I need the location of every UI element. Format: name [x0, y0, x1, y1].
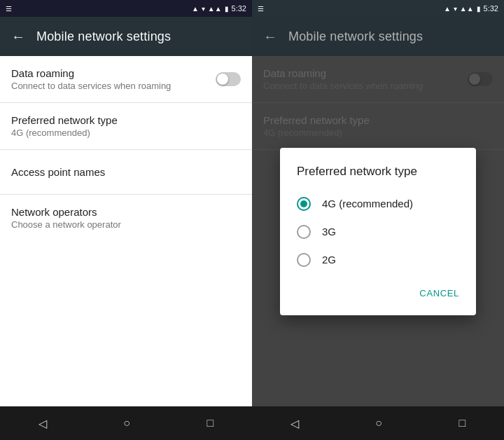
- time-right: 5:32: [484, 4, 498, 13]
- setting-data-roaming-title: Data roaming: [11, 67, 216, 79]
- preferred-network-dialog: Preferred network type 4G (recommended) …: [280, 148, 476, 315]
- status-bar-right: ☰ ▲ ▾ ▲▲ ▮ 5:32: [252, 0, 504, 17]
- nav-recents-right[interactable]: □: [448, 411, 477, 435]
- setting-apn-text: Access point names: [11, 166, 241, 178]
- toggle-thumb: [217, 74, 228, 85]
- nav-recents-left[interactable]: □: [196, 411, 225, 435]
- right-status-icons-right: ▲ ▾ ▲▲ ▮ 5:32: [444, 4, 498, 13]
- right-content-wrapper: Data roaming Connect to data services wh…: [252, 56, 504, 406]
- left-phone: ☰ ▲ ▾ ▲▲ ▮ 5:32 ← Mobile network setting…: [0, 0, 252, 440]
- setting-data-roaming-subtitle: Connect to data services when roaming: [11, 81, 216, 91]
- app-bar-title-left: Mobile network settings: [36, 29, 171, 44]
- radio-4g[interactable]: [297, 197, 311, 211]
- app-bar-right: ← Mobile network settings: [252, 17, 504, 56]
- dialog-option-3g[interactable]: 3G: [280, 218, 476, 246]
- setting-network-type[interactable]: Preferred network type 4G (recommended): [0, 103, 252, 150]
- nav-bar-right: ◁ ○ □: [252, 406, 504, 440]
- notification-icon-right: ☰: [258, 5, 264, 13]
- dialog-overlay: Preferred network type 4G (recommended) …: [252, 56, 504, 406]
- dialog-actions: CANCEL: [280, 277, 476, 310]
- wifi-icon-right: ▾: [454, 5, 457, 13]
- setting-network-operators-subtitle: Choose a network operator: [11, 219, 241, 230]
- battery-icon: ▮: [225, 5, 229, 13]
- setting-network-type-subtitle: 4G (recommended): [11, 128, 241, 138]
- nav-home-left[interactable]: ○: [112, 411, 141, 435]
- wifi-icon: ▾: [202, 5, 205, 13]
- option-label-4g: 4G (recommended): [322, 198, 413, 209]
- radio-inner-4g: [300, 200, 307, 207]
- nav-home-right[interactable]: ○: [364, 411, 393, 435]
- notification-icon: ☰: [6, 5, 12, 13]
- setting-apn-title: Access point names: [11, 166, 241, 178]
- radio-2g[interactable]: [297, 253, 311, 267]
- left-status-icons: ☰: [6, 5, 12, 13]
- option-label-2g: 2G: [322, 254, 336, 266]
- radio-3g[interactable]: [297, 225, 311, 239]
- dialog-title: Preferred network type: [280, 165, 476, 190]
- nav-back-right[interactable]: ◁: [279, 411, 310, 436]
- mobile-signal-icon: ▲▲: [208, 5, 222, 13]
- data-roaming-toggle[interactable]: [216, 72, 241, 86]
- nav-bar-left: ◁ ○ □: [0, 406, 252, 440]
- setting-network-type-title: Preferred network type: [11, 114, 241, 126]
- nav-back-left[interactable]: ◁: [27, 411, 58, 436]
- dialog-option-4g[interactable]: 4G (recommended): [280, 190, 476, 218]
- setting-network-operators-text: Network operators Choose a network opera…: [11, 206, 241, 230]
- cancel-button[interactable]: CANCEL: [414, 282, 465, 304]
- setting-data-roaming[interactable]: Data roaming Connect to data services wh…: [0, 56, 252, 103]
- back-button-right[interactable]: ←: [263, 29, 277, 45]
- setting-apn[interactable]: Access point names: [0, 150, 252, 195]
- setting-network-operators[interactable]: Network operators Choose a network opera…: [0, 195, 252, 241]
- battery-icon-right: ▮: [477, 5, 481, 13]
- mobile-signal-icon-right: ▲▲: [460, 5, 474, 13]
- option-label-3g: 3G: [322, 226, 336, 238]
- app-bar-title-right: Mobile network settings: [288, 29, 423, 44]
- app-bar-left: ← Mobile network settings: [0, 17, 252, 56]
- time-left: 5:32: [232, 4, 246, 13]
- signal-icon-right: ▲: [444, 5, 451, 13]
- setting-data-roaming-text: Data roaming Connect to data services wh…: [11, 67, 216, 91]
- content-left: Data roaming Connect to data services wh…: [0, 56, 252, 406]
- setting-network-operators-title: Network operators: [11, 206, 241, 218]
- signal-icon: ▲: [192, 5, 199, 13]
- right-phone: ☰ ▲ ▾ ▲▲ ▮ 5:32 ← Mobile network setting…: [252, 0, 504, 440]
- back-button-left[interactable]: ←: [11, 29, 25, 45]
- right-status-icons: ▲ ▾ ▲▲ ▮ 5:32: [192, 4, 246, 13]
- dialog-option-2g[interactable]: 2G: [280, 246, 476, 274]
- left-status-icons-right: ☰: [258, 5, 264, 13]
- setting-network-type-text: Preferred network type 4G (recommended): [11, 114, 241, 138]
- status-bar-left: ☰ ▲ ▾ ▲▲ ▮ 5:32: [0, 0, 252, 17]
